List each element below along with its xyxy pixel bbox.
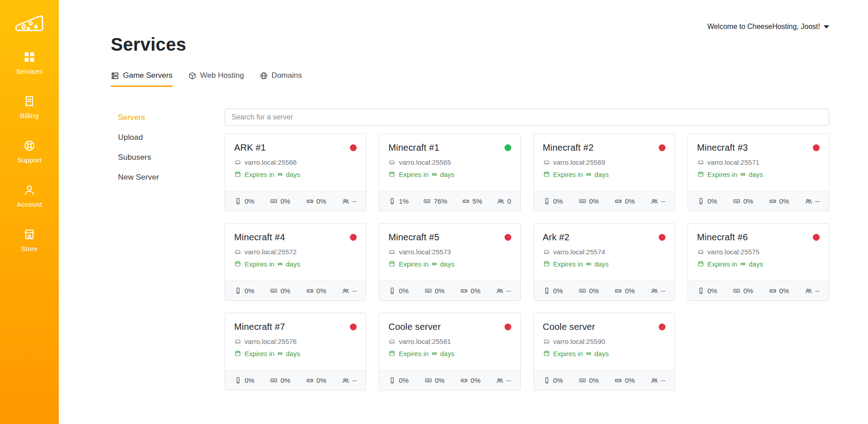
- cpu-stat: 1%: [388, 197, 409, 205]
- server-card[interactable]: Minecraft #1 varro.local:25565 Expires i…: [379, 133, 520, 211]
- server-stats: 0% 0% 0%: [534, 370, 675, 390]
- players-value: --: [352, 197, 357, 205]
- server-card[interactable]: Coole server varro.local:25590 Expires i…: [533, 313, 675, 391]
- expiry-prefix: Expires in: [708, 171, 737, 178]
- server-card[interactable]: Minecraft #5 varro.local:25573 Expires i…: [379, 223, 520, 301]
- tab-game-servers[interactable]: Game Servers: [111, 71, 173, 87]
- infinity-symbol: ∞: [432, 170, 437, 178]
- players-stat: --: [651, 197, 665, 205]
- disk-icon: [460, 287, 468, 295]
- subnav-item-new-server[interactable]: New Server: [118, 173, 225, 182]
- server-address: varro.local:25569: [553, 158, 605, 166]
- expiry-prefix: Expires in: [399, 350, 429, 357]
- server-host: varro.local:25575: [697, 248, 820, 256]
- calendar-icon: [697, 171, 704, 178]
- cpu-value: 1%: [399, 197, 409, 205]
- tab-label: Game Servers: [123, 71, 173, 80]
- calendar-icon: [543, 260, 550, 267]
- server-search-input[interactable]: [225, 109, 829, 126]
- memory-icon: [425, 376, 432, 384]
- players-stat: --: [496, 376, 511, 384]
- tab-domains[interactable]: Domains: [259, 71, 302, 87]
- memory-value: 0%: [280, 376, 290, 384]
- disk-stat: 0%: [769, 197, 789, 205]
- sidebar-item-label: Store: [21, 245, 38, 252]
- server-name: Ark #2: [543, 232, 570, 243]
- server-card[interactable]: Minecraft #6 varro.local:25575 Expires i…: [688, 223, 829, 301]
- expiry-suffix: days: [440, 350, 455, 357]
- server-address: varro.local:25576: [245, 338, 297, 345]
- grid-icon: [23, 51, 36, 63]
- user-menu[interactable]: Welcome to CheeseHosting, Joost!: [707, 23, 829, 31]
- server-stats: 0% 0% 0%: [225, 370, 366, 390]
- server-address: varro.local:25565: [399, 158, 451, 166]
- calendar-icon: [543, 171, 550, 178]
- server-address: varro.local:25573: [399, 248, 451, 256]
- memory-stat: 0%: [733, 197, 753, 205]
- cheese-icon: [14, 12, 44, 34]
- players-stat: --: [342, 287, 357, 295]
- users-icon: [651, 376, 658, 384]
- tab-web-hosting[interactable]: Web Hosting: [188, 71, 244, 87]
- ethernet-icon: [388, 338, 396, 345]
- infinity-symbol: ∞: [586, 349, 591, 357]
- server-card[interactable]: Minecraft #2 varro.local:25569 Expires i…: [533, 133, 675, 211]
- server-card[interactable]: Minecraft #4 varro.local:25572 Expires i…: [225, 223, 366, 301]
- ethernet-icon: [543, 248, 550, 256]
- server-card[interactable]: Coole server varro.local:25581 Expires i…: [379, 313, 520, 391]
- sidebar-item-support[interactable]: Support: [17, 139, 42, 164]
- subnav-item-servers[interactable]: Servers: [118, 113, 225, 122]
- cpu-value: 0%: [399, 287, 409, 295]
- memory-icon: [579, 197, 586, 205]
- expiry-prefix: Expires in: [399, 260, 429, 268]
- subnav-item-subusers[interactable]: Subusers: [118, 153, 225, 162]
- disk-value: 0%: [779, 287, 789, 295]
- server-card[interactable]: Minecraft #7 varro.local:25576 Expires i…: [225, 313, 366, 391]
- server-name: Minecraft #1: [388, 143, 439, 153]
- players-stat: --: [496, 287, 511, 295]
- disk-value: 0%: [625, 197, 635, 205]
- server-status-dot: [505, 234, 511, 241]
- users-icon: [497, 197, 505, 205]
- server-address: varro.local:25572: [245, 248, 297, 256]
- server-card[interactable]: Minecraft #3 varro.local:25571 Expires i…: [688, 133, 829, 211]
- server-status-dot: [659, 324, 665, 330]
- server-expiry: Expires in∞days: [543, 170, 665, 178]
- memory-value: 0%: [435, 287, 445, 295]
- sidebar-item-account[interactable]: Account: [17, 184, 42, 208]
- server-card[interactable]: ARK #1 varro.local:25566 Expires in∞days: [225, 133, 366, 211]
- expiry-suffix: days: [286, 350, 300, 357]
- cpu-value: 0%: [553, 197, 563, 205]
- disk-stat: 0%: [614, 197, 635, 205]
- server-stats: 1% 76% 5%: [379, 191, 520, 211]
- cpu-stat: 0%: [697, 287, 717, 295]
- sidebar-item-services[interactable]: Services: [16, 51, 42, 75]
- users-icon: [651, 197, 658, 205]
- sidebar-item-label: Billing: [20, 112, 38, 119]
- players-stat: --: [651, 287, 665, 295]
- receipt-icon: [23, 95, 36, 108]
- cpu-stat: 0%: [388, 376, 409, 384]
- sidebar: Services Billing Support Account Store: [0, 0, 59, 424]
- server-card[interactable]: Ark #2 varro.local:25574 Expires in∞days: [533, 223, 675, 301]
- infinity-symbol: ∞: [278, 170, 283, 178]
- server-expiry: Expires in∞days: [388, 170, 511, 178]
- expiry-prefix: Expires in: [553, 260, 583, 268]
- memory-icon: [425, 287, 432, 295]
- sidebar-item-store[interactable]: Store: [21, 228, 38, 252]
- server-status-dot: [659, 144, 665, 151]
- server-host: varro.local:25581: [388, 338, 511, 345]
- server-host: varro.local:25565: [388, 158, 511, 166]
- disk-value: 0%: [316, 197, 326, 205]
- cpu-value: 0%: [708, 287, 717, 295]
- welcome-text: Welcome to CheeseHosting, Joost!: [707, 23, 820, 31]
- cheese-logo[interactable]: [14, 12, 44, 35]
- memory-value: 0%: [280, 197, 290, 205]
- server-status-dot: [659, 234, 665, 241]
- subnav-item-upload[interactable]: Upload: [118, 133, 225, 142]
- server-host: varro.local:25571: [697, 158, 820, 166]
- disk-value: 0%: [471, 287, 481, 295]
- sidebar-item-billing[interactable]: Billing: [20, 95, 38, 119]
- server-host: varro.local:25569: [543, 158, 665, 166]
- server-stats: 0% 0% 0%: [534, 191, 675, 211]
